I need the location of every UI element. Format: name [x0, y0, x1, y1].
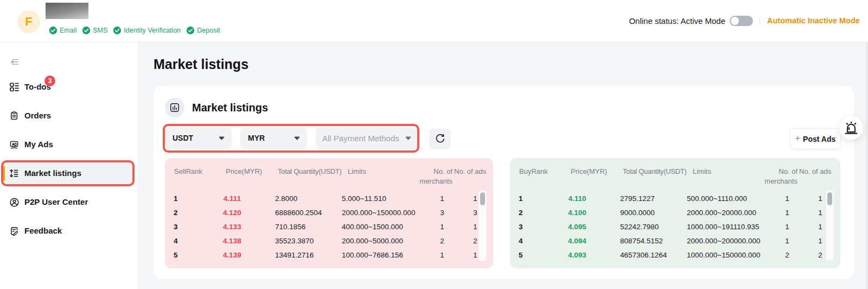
table-row: 14.1112.80005.000~11.51011: [165, 192, 485, 206]
cell-rank: 2: [165, 209, 206, 217]
cell-limits: 400.000~1500.000: [329, 223, 419, 231]
active-item-indicator: [3, 166, 5, 181]
column-header-limits: Limits: [693, 167, 711, 177]
cell-qty: 808754.5152: [603, 237, 674, 245]
cell-price: 4.110: [551, 194, 603, 203]
refresh-icon: [435, 134, 445, 144]
sidebar-nav: To-dos3OrdersMy AdsMarket listingsP2P Us…: [0, 74, 138, 247]
scrollbar-thumb[interactable]: [480, 192, 485, 205]
buy-table-scrollbar[interactable]: [826, 190, 834, 261]
chart-bars-icon: [165, 98, 184, 117]
column-header-quantity: Total Quantity(USDT): [623, 167, 687, 177]
todo-count-badge: 3: [44, 76, 55, 86]
cell-price: 4.138: [206, 237, 258, 245]
feedback-icon: [10, 227, 18, 235]
sell-listings-table: SellRank Price(MYR) Total Quantity(USDT)…: [165, 158, 493, 268]
sidebar-item-label: Feedback: [24, 218, 62, 244]
ad-icon: [10, 140, 18, 149]
cell-price: 4.095: [551, 223, 603, 231]
cell-merch: 1: [419, 251, 465, 259]
cell-qty: 4657306.1264: [603, 251, 674, 259]
top-header: F EmailSMSIdentity VerificationDeposit O…: [0, 0, 868, 42]
cell-limits: 1000.000~150000.000: [674, 251, 764, 259]
chevron-down-icon: [219, 136, 225, 140]
table-row: 54.0934657306.12641000.000~150000.00022: [510, 248, 830, 262]
alarm-widget-button[interactable]: [839, 116, 863, 140]
column-header-price: Price(MYR): [571, 167, 607, 177]
cell-limits: 100.000~7686.156: [329, 251, 419, 259]
cell-limits: 2000.000~20000.000: [674, 209, 764, 217]
chevron-down-icon: [405, 136, 411, 140]
cell-merch: 1: [419, 223, 465, 231]
user-circle-icon: [10, 198, 18, 206]
cell-price: 4.111: [206, 194, 258, 203]
collapse-sidebar-icon[interactable]: [10, 58, 19, 66]
cell-qty: 2.8000: [258, 194, 329, 203]
cell-limits: 1000.000~191110.935: [674, 223, 764, 231]
post-ads-label: Post Ads: [803, 135, 835, 143]
automatic-inactive-mode-link[interactable]: Automatic Inactive Mode: [767, 16, 860, 25]
column-header-price: Price(MYR): [226, 167, 262, 177]
column-header-sellrank: SellRank: [174, 167, 202, 177]
cell-merch: 2: [764, 251, 810, 259]
crypto-select-value: USDT: [165, 134, 193, 142]
column-header-buyrank: BuyRank: [519, 167, 548, 177]
sorted-list-icon: [10, 169, 18, 178]
sidebar-item-p2p-user-center[interactable]: P2P User Center: [0, 189, 138, 215]
cell-rank: 1: [165, 194, 206, 203]
sidebar-item-to-dos[interactable]: To-dos3: [0, 74, 138, 100]
card-title: Market listings: [192, 100, 268, 115]
table-row: 44.094808754.51522000.000~200000.00011: [510, 234, 830, 248]
buy-listings-table: BuyRank Price(MYR) Total Quantity(USDT) …: [510, 158, 840, 268]
column-header-ads: No. of ads: [454, 167, 486, 177]
sidebar-item-label: My Ads: [24, 131, 53, 158]
table-row: 44.13835523.3870200.000~5000.00022: [165, 234, 485, 248]
post-ads-button[interactable]: + Post Ads: [790, 128, 841, 149]
sidebar-item-feedback[interactable]: Feedback: [0, 218, 138, 244]
payment-method-select-value: All Payment Methods: [316, 134, 399, 143]
cell-limits: 2000.000~150000.000: [329, 209, 419, 217]
payment-method-select[interactable]: All Payment Methods: [316, 127, 418, 149]
cell-rank: 3: [510, 223, 551, 231]
sell-table-scrollbar[interactable]: [478, 190, 487, 261]
online-status-label: Online status: Active Mode: [629, 16, 725, 26]
table-row: 24.1009000.00002000.000~20000.00011: [510, 206, 830, 220]
toggle-knob: [731, 17, 739, 25]
buy-rows: 14.1102795.1227500.000~1110.0001124.1009…: [510, 192, 830, 262]
cell-merch: 3: [419, 209, 465, 217]
cell-price: 4.120: [206, 209, 258, 217]
cell-qty: 9000.0000: [603, 209, 674, 217]
online-status-toggle[interactable]: [730, 16, 753, 26]
table-row: 34.09552242.79801000.000~191110.93511: [510, 220, 830, 234]
column-header-quantity: Total Quantity(USDT): [278, 167, 342, 177]
sidebar-item-market-listings[interactable]: Market listings: [0, 160, 138, 186]
cell-qty: 6888600.2504: [258, 209, 329, 217]
cell-price: 4.133: [206, 223, 258, 231]
table-row: 14.1102795.1227500.000~1110.00011: [510, 192, 830, 206]
sidebar-item-orders[interactable]: Orders: [0, 103, 138, 129]
cell-merch: 1: [764, 223, 810, 231]
cell-limits: 500.000~1110.000: [674, 194, 764, 203]
page-scroll-gutter: [866, 42, 868, 289]
table-row: 24.1206888600.25042000.000~150000.00033: [165, 206, 485, 220]
scrollbar-thumb[interactable]: [827, 192, 832, 205]
page-title: Market listings: [154, 56, 248, 72]
cell-limits: 5.000~11.510: [329, 194, 419, 203]
sell-rows: 14.1112.80005.000~11.5101124.1206888600.…: [165, 192, 485, 262]
sidebar-item-my-ads[interactable]: My Ads: [0, 131, 138, 158]
cell-rank: 4: [510, 237, 551, 245]
cell-qty: 52242.7980: [603, 223, 674, 231]
fiat-select[interactable]: MYR: [240, 127, 307, 149]
table-row: 34.133710.1856400.000~1500.00011: [165, 220, 485, 234]
cell-merch: 2: [419, 237, 465, 245]
sidebar-item-label: Market listings: [24, 160, 81, 186]
cell-limits: 200.000~5000.000: [329, 237, 419, 245]
header-divider: [760, 17, 760, 25]
fiat-select-value: MYR: [240, 134, 265, 142]
crypto-select[interactable]: USDT: [165, 127, 232, 149]
refresh-button[interactable]: [429, 128, 451, 149]
cell-qty: 2795.1227: [603, 194, 674, 203]
cell-merch: 1: [419, 194, 465, 203]
cell-qty: 13491.2716: [258, 251, 329, 259]
cell-merch: 1: [764, 194, 810, 203]
